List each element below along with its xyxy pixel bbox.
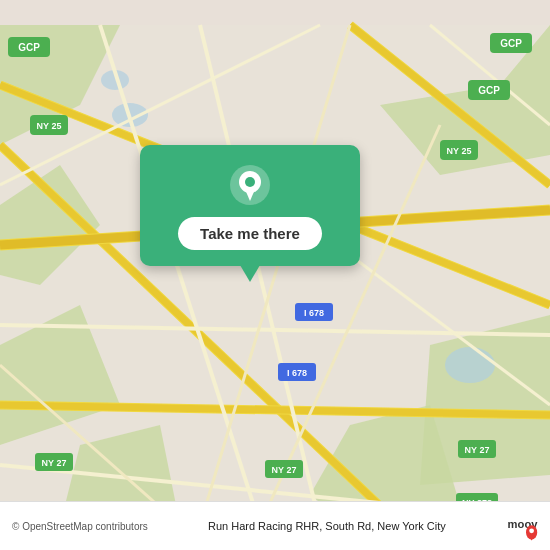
svg-text:GCP: GCP <box>500 38 522 49</box>
svg-text:I 678: I 678 <box>304 308 324 318</box>
svg-text:NY 27: NY 27 <box>465 445 490 455</box>
take-me-there-button[interactable]: Take me there <box>178 217 322 250</box>
svg-text:NY 25: NY 25 <box>447 146 472 156</box>
bottom-bar: © OpenStreetMap contributors Run Hard Ra… <box>0 501 550 550</box>
location-text: Run Hard Racing RHR, South Rd, New York … <box>148 520 506 532</box>
svg-text:GCP: GCP <box>478 85 500 96</box>
copyright-text: © OpenStreetMap contributors <box>12 521 148 532</box>
location-popup: Take me there <box>140 145 360 266</box>
svg-point-55 <box>245 177 255 187</box>
svg-text:NY 25: NY 25 <box>37 121 62 131</box>
svg-text:I 678: I 678 <box>287 368 307 378</box>
bottom-bar-left: © OpenStreetMap contributors <box>12 521 148 532</box>
location-pin-icon <box>228 163 272 207</box>
svg-point-59 <box>529 528 534 533</box>
moovit-logo: moovit <box>506 510 538 542</box>
svg-text:NY 27: NY 27 <box>42 458 67 468</box>
map-background: GCP GCP GCP NY 25 NY 25 I 678 I 678 NY 2… <box>0 0 550 550</box>
svg-text:NY 27: NY 27 <box>272 465 297 475</box>
map-container: GCP GCP GCP NY 25 NY 25 I 678 I 678 NY 2… <box>0 0 550 550</box>
svg-point-8 <box>445 347 495 383</box>
moovit-logo-icon: moovit <box>506 510 538 542</box>
svg-text:GCP: GCP <box>18 42 40 53</box>
